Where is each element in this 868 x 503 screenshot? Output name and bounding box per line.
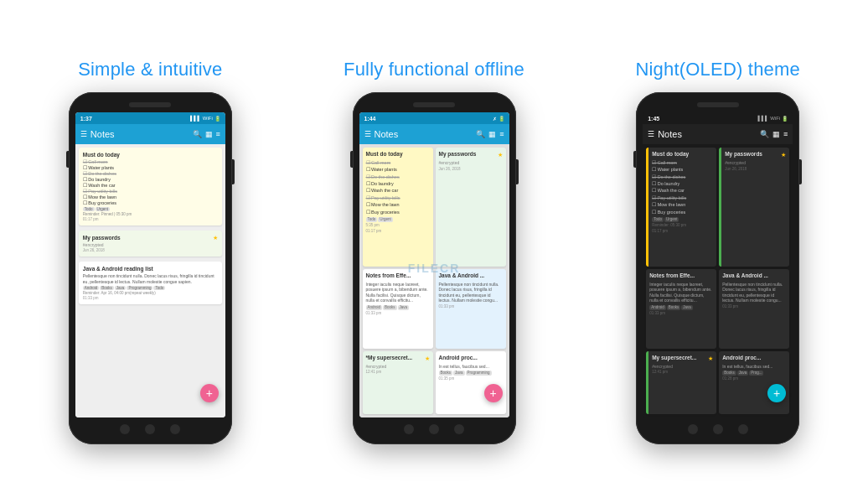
must-do-reminder: Reminder: Pinned | 05:30 pm — [83, 212, 218, 216]
dark-star-icon: ★ — [781, 151, 786, 158]
grid-supersecret-title: *My supersecret... — [366, 355, 430, 362]
d-android-time: 01:28 pm — [722, 376, 786, 381]
d-checkbox-lawn: ☐ Mow the lawn — [652, 202, 713, 208]
dark-supersecret-title: My supersecret... — [652, 355, 713, 362]
grid-note-must-do[interactable]: Must do today ☑ Call mom ☐ Water plants … — [363, 148, 433, 267]
grid-star-secret: ★ — [425, 355, 430, 362]
dark-note-must-do[interactable]: Must do today ☑ Call mom ☐ Water plants … — [646, 148, 716, 267]
battery-icon-2: 🔋 — [499, 116, 504, 122]
grid-note-supersecret[interactable]: ★ *My supersecret... #encrypted 12:41 pm — [363, 351, 433, 414]
phone-screen-night: 1:45 ▌▌▌ WiFi 🔋 ☰ Notes 🔍 ▦ ≡ — [643, 112, 793, 417]
menu-icon-2[interactable]: ☰ — [364, 130, 371, 138]
sort-icon[interactable]: ≡ — [216, 130, 220, 138]
features-row: Simple & intuitive 1:37 ▌▌▌ WiFi 🔋 ☰ — [0, 42, 868, 461]
java-tags: Android Books Java Programming Todo — [83, 286, 218, 290]
tag-programming: Programming — [127, 286, 152, 290]
note-must-do[interactable]: Must do today ☑ Call mom ☐ Water plants … — [79, 148, 222, 226]
grid-note-android[interactable]: Android proc... In est tellus, faucibus … — [436, 351, 506, 414]
checkbox-lawn: ☐ Mow the lawn — [83, 194, 218, 200]
dark-android-body: In est tellus, faucibus sed... — [722, 364, 786, 370]
must-do-time: 01:17 pm — [83, 217, 218, 221]
signal-icon: ▌▌▌ — [190, 116, 201, 121]
d-tag-urgent: Urgent — [664, 217, 679, 222]
phone-back-btn[interactable] — [120, 424, 130, 434]
phone2-back-btn[interactable] — [404, 424, 414, 434]
checkbox-laundry: ☐ Do laundry — [83, 177, 218, 182]
tag-java: Java — [115, 286, 127, 290]
g-effe-time: 01:33 pm — [366, 311, 430, 316]
dark-note-effe[interactable]: Notes from Effe... Integer iaculis neque… — [646, 269, 716, 349]
grid-icon-dark[interactable]: ▦ — [772, 130, 780, 138]
phone-recent-btn[interactable] — [170, 424, 180, 434]
dark-note-supersecret[interactable]: ★ My supersecret... #encrypted 12:41 pm — [646, 351, 716, 414]
dark-passwords-encrypted: #encrypted — [725, 160, 786, 166]
grid-android-title: Android proc... — [439, 355, 503, 362]
status-time-2: 1:44 — [364, 116, 376, 122]
dark-passwords-date: Jun 26, 2018 — [725, 167, 786, 172]
d-checkbox-laundry: ☐ Do laundry — [652, 181, 713, 187]
dark-java-title: Java & Android ... — [722, 272, 786, 280]
search-icon-2[interactable]: 🔍 — [476, 130, 485, 138]
phone3-side-vol — [633, 151, 636, 168]
feature-title-night: Night(OLED) theme — [635, 59, 800, 80]
grid-icon[interactable]: ▦ — [205, 130, 213, 138]
star-icon: ★ — [213, 235, 218, 241]
status-icons-2: ✗ 🔋 — [493, 116, 504, 122]
g-checkbox-laundry: ☐ Do laundry — [366, 181, 430, 187]
g-must-do-time2: 01:17 pm — [366, 229, 430, 234]
phone-side-vol — [66, 151, 69, 168]
fab-button-2[interactable]: + — [484, 384, 503, 402]
g-checkbox-call: ☑ Call mom — [366, 160, 430, 166]
d-effe-time: 01:33 pm — [649, 311, 713, 316]
grid-note-java[interactable]: Java & Android ... Pellentesque non tinc… — [436, 269, 506, 349]
dark-effe-title: Notes from Effe... — [649, 272, 713, 280]
dark-must-do-title: Must do today — [652, 151, 713, 158]
d-checkbox-groceries: ☐ Buy groceries — [652, 210, 713, 215]
d-checkbox-dishes: ☑ Do the dishes — [652, 174, 713, 180]
grid-note-passwords[interactable]: ★ My passwords #encrypted Jun 26, 2018 — [436, 148, 506, 267]
g-android-tags: Books Java Programming — [439, 371, 503, 376]
g-tag-java2: Java — [398, 305, 410, 310]
dark-note-java[interactable]: Java & Android ... Pellentesque non tinc… — [719, 269, 789, 349]
sort-icon-dark[interactable]: ≡ — [783, 130, 788, 138]
menu-icon[interactable]: ☰ — [80, 130, 87, 138]
grid-java-time: 01:33 pm — [439, 304, 503, 309]
notes-list: Must do today ☑ Call mom ☐ Water plants … — [75, 144, 225, 417]
phone-home-btn[interactable] — [145, 424, 155, 434]
dark-note-android[interactable]: Android proc... In est tellus, faucibus … — [719, 351, 789, 414]
d-android-tags: Books Java Prog... — [722, 371, 786, 376]
sort-icon-2[interactable]: ≡ — [499, 130, 504, 138]
grid-must-do-title: Must do today — [366, 151, 430, 158]
d-tag-android2: Android — [649, 305, 666, 310]
dark-java-time: 01:33 pm — [722, 304, 786, 309]
tag-android: Android — [83, 286, 100, 290]
d-must-do-time: Reminder: 05:30 pm — [652, 223, 713, 228]
fab-button-3[interactable]: + — [767, 384, 786, 402]
phone3-back-btn[interactable] — [688, 424, 698, 434]
d-tag-books2: Books — [667, 305, 681, 310]
wifi-icon-dark: WiFi — [770, 116, 780, 121]
phone3-buttons — [688, 424, 748, 434]
note-must-do-title: Must do today — [83, 152, 218, 158]
note-java[interactable]: Java & Android reading list Pellentesque… — [79, 262, 222, 304]
phone3-recent-btn[interactable] — [738, 424, 748, 434]
status-time: 1:37 — [80, 116, 92, 122]
phone3-speaker — [697, 102, 739, 107]
menu-icon-dark[interactable]: ☰ — [648, 130, 654, 138]
phone2-recent-btn[interactable] — [454, 424, 464, 434]
phone2-home-btn[interactable] — [429, 424, 439, 434]
search-icon-dark[interactable]: 🔍 — [760, 130, 769, 138]
d-must-do-tags: Todo Urgent — [652, 217, 713, 222]
status-icons-dark: ▌▌▌ WiFi 🔋 — [757, 116, 788, 122]
g-tag-books2: Books — [383, 305, 397, 310]
search-icon[interactable]: 🔍 — [193, 130, 202, 138]
grid-note-effe[interactable]: Notes from Effe... Integer iaculis neque… — [363, 269, 433, 349]
grid-icon-2[interactable]: ▦ — [488, 130, 496, 138]
d-checkbox-call: ☑ Call mom — [652, 160, 713, 166]
g-effe-tags: Android Books Java — [366, 305, 430, 310]
fab-button[interactable]: + — [200, 384, 219, 402]
note-passwords[interactable]: ★ My passwords #encrypted Jun 26, 2018 — [79, 231, 222, 257]
phone-screen-offline: FILECR 1:44 ✗ 🔋 ☰ Notes 🔍 ▦ ≡ — [359, 112, 509, 417]
dark-note-passwords[interactable]: ★ My passwords #encrypted Jun 26, 2018 — [719, 148, 789, 267]
phone3-home-btn[interactable] — [713, 424, 723, 434]
